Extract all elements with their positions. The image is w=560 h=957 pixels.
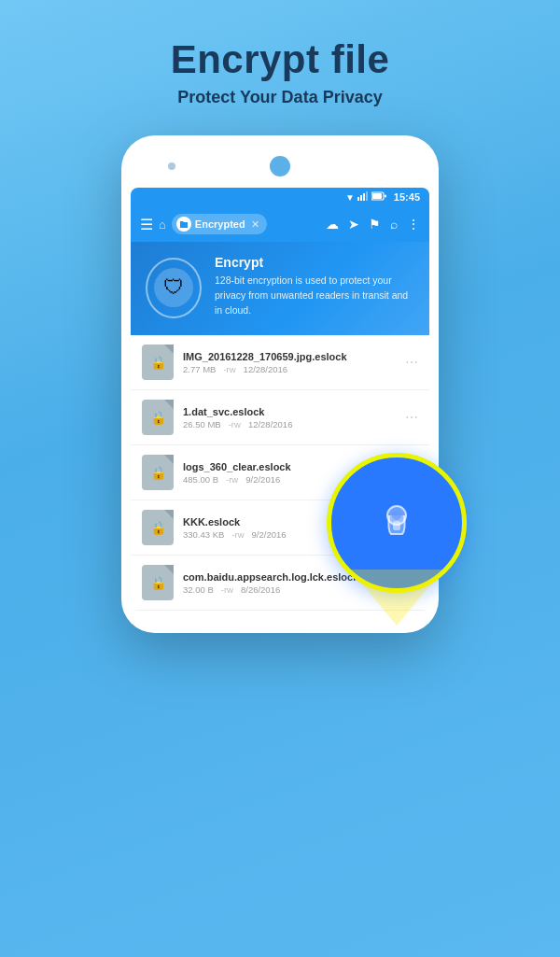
bookmark-icon[interactable]: ⚑	[369, 217, 381, 232]
file-info: 1.dat_svc.eslock 26.50 MB -rw 12/28/2016	[183, 406, 396, 429]
file-icon: 🔒	[142, 565, 174, 600]
banner-description: 128-bit encryption is used to protect yo…	[215, 274, 416, 317]
keyhole-overlay	[327, 453, 467, 593]
svg-point-8	[392, 511, 401, 520]
chip-label: Encrypted	[195, 218, 245, 230]
file-size: 26.50 MB	[183, 419, 221, 429]
file-perm: -rw	[231, 529, 244, 540]
banner-text-block: Encrypt 128-bit encryption is used to pr…	[215, 255, 416, 317]
file-meta: 26.50 MB -rw 12/28/2016	[183, 419, 396, 429]
lock-icon: 🔒	[150, 465, 166, 480]
svg-rect-6	[385, 195, 386, 198]
encrypt-banner: 🛡 Encrypt 128-bit encryption is used to …	[131, 242, 429, 335]
search-icon[interactable]: ⌕	[390, 217, 398, 232]
file-date: 8/26/2016	[241, 584, 280, 595]
file-size: 330.43 KB	[183, 529, 224, 540]
file-date: 12/28/2016	[248, 419, 293, 429]
phone-sensor	[168, 162, 175, 170]
more-icon[interactable]: ⋮	[407, 217, 420, 232]
hamburger-icon[interactable]: ☰	[140, 216, 153, 233]
svg-rect-0	[357, 197, 359, 201]
lock-icon: 🔒	[150, 355, 166, 370]
file-perm: -rw	[226, 474, 238, 485]
file-more-icon[interactable]: ⋯	[405, 355, 418, 370]
lock-icon: 🔒	[150, 520, 166, 535]
svg-rect-5	[372, 193, 382, 199]
breadcrumb-chip[interactable]: Encrypted ✕	[172, 214, 267, 234]
lock-icon: 🔒	[150, 575, 166, 590]
send-icon[interactable]: ➤	[348, 217, 359, 232]
file-icon: 🔒	[142, 510, 174, 545]
status-bar: ▼	[131, 188, 429, 206]
file-size: 32.00 B	[183, 584, 214, 595]
signal-icon	[357, 191, 369, 203]
file-name: 1.dat_svc.eslock	[183, 406, 396, 417]
file-icon: 🔒	[142, 400, 174, 435]
file-perm: -rw	[229, 419, 241, 429]
svg-rect-1	[360, 195, 362, 201]
phone-top-bar	[131, 152, 429, 188]
file-icon: 🔒	[142, 345, 174, 380]
file-info: IMG_20161228_170659.jpg.eslock 2.77 MB -…	[183, 351, 396, 374]
keyhole-icon	[369, 495, 425, 551]
svg-rect-9	[393, 521, 400, 530]
file-perm: -rw	[223, 364, 235, 374]
home-icon[interactable]: ⌂	[159, 218, 166, 232]
chip-folder-icon	[176, 217, 191, 232]
banner-shield-graphic: 🛡	[144, 255, 203, 320]
file-more-icon[interactable]: ⋯	[405, 410, 418, 425]
bar-actions: ☁ ➤ ⚑ ⌕ ⋮	[326, 217, 420, 232]
phone-camera	[270, 156, 290, 176]
list-item[interactable]: 🔒 IMG_20161228_170659.jpg.eslock 2.77 MB…	[131, 335, 429, 390]
file-meta: 2.77 MB -rw 12/28/2016	[183, 364, 396, 374]
lock-icon: 🔒	[150, 410, 166, 425]
page-title: Encrypt file	[171, 37, 390, 82]
svg-rect-3	[366, 191, 368, 201]
app-bar: ☰ ⌂ Encrypted ✕ ☁ ➤ ⚑ ⌕	[131, 206, 429, 242]
list-item[interactable]: 🔒 1.dat_svc.eslock 26.50 MB -rw 12/28/20…	[131, 390, 429, 445]
battery-icon	[371, 191, 386, 203]
wifi-icon: ▼	[345, 192, 355, 203]
page-subtitle: Protect Your Data Privacy	[171, 88, 390, 107]
file-size: 485.00 B	[183, 474, 218, 485]
file-date: 9/2/2016	[252, 529, 287, 540]
cloud-icon[interactable]: ☁	[326, 217, 339, 232]
file-name: IMG_20161228_170659.jpg.eslock	[183, 351, 396, 362]
svg-rect-2	[363, 193, 365, 201]
file-perm: -rw	[221, 584, 233, 595]
status-time: 15:45	[394, 191, 420, 203]
phone-mockup: ▼	[121, 135, 439, 633]
file-size: 2.77 MB	[183, 364, 216, 374]
banner-title: Encrypt	[215, 255, 416, 270]
keyhole-circle	[327, 453, 467, 593]
file-icon: 🔒	[142, 455, 174, 490]
file-date: 9/2/2016	[245, 474, 280, 485]
chip-close-icon[interactable]: ✕	[251, 218, 259, 231]
file-date: 12/28/2016	[244, 364, 288, 374]
